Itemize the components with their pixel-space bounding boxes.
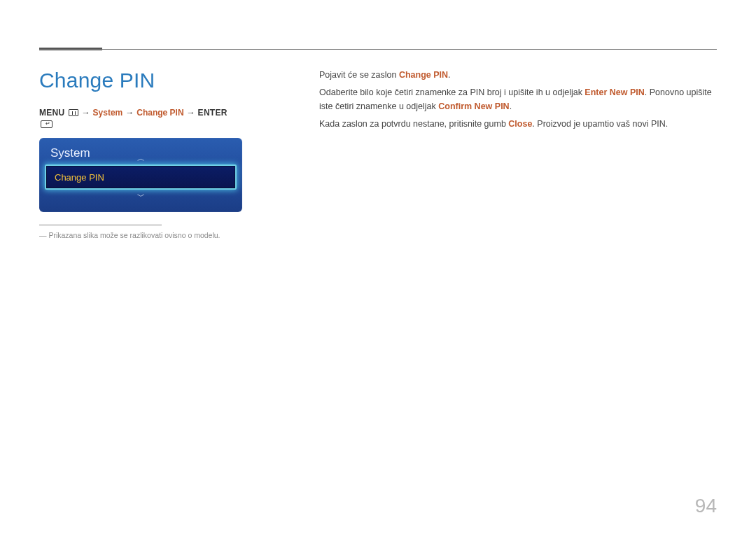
footnote-text: ― Prikazana slika može se razlikovati ov…: [39, 231, 242, 239]
arrow-icon: →: [187, 108, 195, 118]
text: Kada zaslon za potvrdu nestane, pritisni…: [319, 119, 508, 129]
osd-body: Change PIN ﹀: [39, 164, 242, 211]
footnote-separator: [39, 225, 162, 225]
chevron-down-icon[interactable]: ﹀: [137, 191, 145, 202]
breadcrumb-change-pin: Change PIN: [136, 108, 183, 118]
highlight-confirm-new-pin: Confirm New PIN: [438, 101, 509, 111]
chevron-up-icon[interactable]: ︿: [137, 153, 145, 164]
arrow-icon: →: [125, 108, 134, 118]
menu-grid-icon: [69, 109, 78, 116]
breadcrumb-system: System: [93, 108, 123, 118]
content-area: Change PIN MENU → System → Change PIN → …: [39, 69, 717, 239]
osd-item-change-pin[interactable]: Change PIN: [45, 164, 237, 190]
page-title: Change PIN: [39, 69, 242, 92]
text: Pojavit će se zaslon: [319, 70, 399, 80]
enter-icon: [41, 120, 52, 128]
osd-item-label: Change PIN: [55, 172, 104, 183]
text: Odaberite bilo koje četiri znamenke za P…: [319, 87, 584, 97]
header-rule: [39, 49, 717, 50]
menu-path: MENU → System → Change PIN → ENTER: [39, 108, 242, 128]
left-column: Change PIN MENU → System → Change PIN → …: [39, 69, 242, 239]
body-paragraph-1: Pojavit će se zaslon Change PIN.: [319, 69, 717, 82]
breadcrumb-enter: ENTER: [198, 108, 227, 118]
osd-header-title: System: [50, 146, 90, 160]
highlight-enter-new-pin: Enter New PIN: [584, 87, 644, 97]
osd-menu-panel: System ︿ Change PIN ﹀: [39, 138, 242, 212]
right-column: Pojavit će se zaslon Change PIN. Odaberi…: [319, 69, 717, 239]
body-paragraph-3: Kada zaslon za potvrdu nestane, pritisni…: [319, 118, 717, 131]
highlight-close: Close: [508, 119, 532, 129]
text: . Proizvod je upamtio vaš novi PIN.: [532, 119, 668, 129]
manual-page: Change PIN MENU → System → Change PIN → …: [0, 0, 756, 534]
arrow-icon: →: [82, 108, 90, 118]
page-number: 94: [695, 495, 717, 517]
osd-header: System ︿: [39, 138, 242, 163]
body-paragraph-2: Odaberite bilo koje četiri znamenke za P…: [319, 86, 717, 113]
breadcrumb-menu: MENU: [39, 108, 65, 118]
text: .: [510, 101, 512, 111]
text: .: [448, 70, 450, 80]
osd-footer: ﹀: [43, 192, 238, 206]
highlight-change-pin: Change PIN: [399, 70, 448, 80]
